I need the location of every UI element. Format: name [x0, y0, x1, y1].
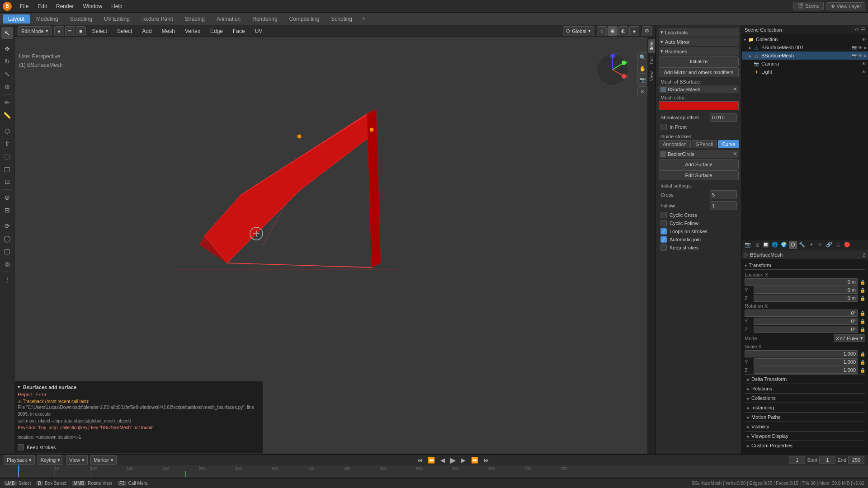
camera-view-btn[interactable]: 📷	[637, 75, 647, 85]
scene-selector[interactable]: 🎬 Scene	[793, 2, 823, 10]
cursor-tool[interactable]: ↖	[1, 27, 13, 39]
props-tab-scene[interactable]: 🌐	[771, 241, 779, 249]
next-frame-btn[interactable]: ▶	[460, 457, 467, 464]
tab-compositing[interactable]: Compositing	[284, 14, 325, 23]
add-menu[interactable]: Add	[138, 27, 155, 35]
bezier-ref-clear-btn[interactable]: ✕	[733, 151, 737, 157]
prev-frame-btn[interactable]: ◀	[439, 457, 446, 464]
viewport-area[interactable]: Edit Mode ▾ ● ━ ■ Select Select Add Mesh…	[14, 25, 656, 454]
tab-modeling[interactable]: Modeling	[31, 14, 64, 23]
vr-btn[interactable]: ⊙	[637, 86, 647, 96]
next-keyframe-btn[interactable]: ⏩	[470, 457, 479, 464]
tab-animation[interactable]: Animation	[211, 14, 246, 23]
viewport-canvas[interactable]: User Perspective (1) BSurfaceMesh	[14, 37, 656, 454]
viewport-gizmo[interactable]: Z Y X	[594, 52, 631, 88]
select-menu[interactable]: Select	[113, 27, 136, 35]
keying-menu[interactable]: Keying ▾	[38, 455, 64, 465]
outliner-options-btn[interactable]: ☰	[861, 27, 865, 33]
relations-section[interactable]: ▸ Relations	[745, 384, 865, 393]
initialize-btn[interactable]: Initialize	[659, 56, 739, 66]
in-front-checkbox[interactable]	[660, 124, 667, 130]
tree-bsurfacemesh[interactable]: ▸ △ BSurfaceMesh 📷 👁 ●	[742, 52, 868, 60]
props-tab-view-layer[interactable]: 🔲	[762, 241, 770, 249]
props-tab-object[interactable]: ⬡	[789, 241, 797, 249]
add-mirror-btn[interactable]: Add Mirror and others modifiers	[659, 67, 739, 77]
tree-bsurfacemesh-001[interactable]: ▸ △ BSurfaceMesh.001 📷 👁 ●	[742, 43, 868, 52]
error-collapse-btn[interactable]: ▾	[18, 384, 20, 390]
location-y-val[interactable]: 0 m	[754, 286, 858, 294]
outliner-filter-btn[interactable]: ⊙	[855, 27, 859, 33]
auto-mirror-header[interactable]: ▾ Auto Mirror	[659, 38, 739, 46]
view-side-tab[interactable]: View	[648, 69, 655, 84]
wireframe-shading-btn[interactable]: ○	[597, 26, 607, 36]
rotation-y-val[interactable]: -0°	[754, 318, 858, 325]
viewport-options-btn[interactable]: ⚙	[642, 26, 652, 36]
add-cube-tool[interactable]: ⬡	[1, 125, 13, 137]
props-tab-modifier[interactable]: 🔧	[798, 241, 806, 249]
location-y-lock[interactable]: 🔒	[860, 288, 865, 293]
window-menu[interactable]: Window	[79, 2, 106, 10]
shrinkwrap-input[interactable]	[710, 113, 737, 122]
file-menu[interactable]: File	[16, 2, 32, 10]
edit-surface-btn[interactable]: Edit Surface	[659, 170, 739, 180]
collection-eye-icon[interactable]: 👁	[862, 37, 866, 42]
face-select-btn[interactable]: ■	[76, 26, 86, 36]
location-x-lock[interactable]: 🔒	[860, 280, 865, 285]
scale-z-lock[interactable]: 🔒	[860, 368, 865, 373]
viewport-display-section[interactable]: ▸ Viewport Display	[745, 431, 865, 441]
spin-tool[interactable]: ⟳	[1, 220, 13, 232]
timeline-strip[interactable]: 1 50 100 150 200 250 300 350 400 450 500…	[0, 465, 868, 477]
zoom-tool-btn[interactable]: 🔍	[637, 52, 647, 62]
measure-tool[interactable]: 📏	[1, 109, 13, 121]
start-frame-input[interactable]	[819, 456, 835, 464]
custom-properties-section[interactable]: ▸ Custom Properties	[745, 441, 865, 450]
tree-camera[interactable]: ▸ 📷 Camera 👁	[742, 60, 868, 68]
props-tab-render[interactable]: 📷	[744, 241, 752, 249]
view-menu-timeline[interactable]: View ▾	[66, 455, 88, 465]
view-layer-selector[interactable]: 👁 View Layer	[826, 2, 865, 10]
mesh-render-icon[interactable]: 📷	[852, 53, 857, 58]
collections-section[interactable]: ▸ Collections	[745, 393, 865, 403]
bevel-tool[interactable]: ◫	[1, 163, 13, 175]
smooth-tool[interactable]: ◯	[1, 233, 13, 244]
jump-start-btn[interactable]: ⏮	[415, 457, 423, 464]
props-tab-data[interactable]: △	[834, 241, 842, 249]
scale-tool[interactable]: ⤡	[1, 68, 13, 80]
rotation-x-lock[interactable]: 🔒	[860, 311, 865, 316]
props-tab-output[interactable]: 🖥	[753, 241, 761, 249]
props-tab-physics[interactable]: ⚛	[816, 241, 824, 249]
current-frame-input[interactable]	[789, 456, 805, 464]
jump-end-btn[interactable]: ⏭	[483, 457, 491, 464]
mesh-001-render-icon[interactable]: 📷	[852, 45, 857, 50]
material-shading-btn[interactable]: ◐	[618, 26, 628, 36]
hand-tool-btn[interactable]: ✋	[637, 64, 647, 74]
transform-tool[interactable]: ⊕	[1, 81, 13, 93]
bsurfaces-header[interactable]: ▾ Bsurfaces	[659, 47, 739, 56]
edge-select-btn[interactable]: ━	[65, 26, 75, 36]
tab-rendering[interactable]: Rendering	[247, 14, 283, 23]
3d-mesh-object[interactable]	[173, 73, 399, 300]
rotation-z-lock[interactable]: 🔒	[860, 327, 865, 332]
rip-tool[interactable]: ⋮	[1, 274, 13, 286]
item-tab[interactable]: Item	[648, 39, 655, 53]
props-tab-particles[interactable]: ✦	[807, 241, 815, 249]
light-eye-icon[interactable]: 👁	[862, 70, 866, 75]
scale-y-lock[interactable]: 🔒	[860, 360, 865, 365]
pivot-dropdown[interactable]: ⊙ Global ▾	[563, 26, 594, 36]
edit-menu[interactable]: Edit	[34, 2, 51, 10]
inset-tool[interactable]: ⬚	[1, 150, 13, 162]
add-surface-btn[interactable]: Add Surface	[659, 160, 739, 169]
uv-menu[interactable]: UV	[251, 27, 266, 35]
tab-uv-editing[interactable]: UV Editing	[99, 14, 135, 23]
mesh-color-picker[interactable]	[659, 101, 739, 110]
playback-menu[interactable]: Playback ▾	[4, 455, 35, 465]
vertex-menu[interactable]: Vertex	[181, 27, 204, 35]
render-shading-btn[interactable]: ●	[629, 26, 639, 36]
mode-dropdown[interactable]: XYZ Euler ▾	[834, 334, 865, 342]
help-menu[interactable]: Help	[108, 2, 126, 10]
add-workspace-btn[interactable]: +	[362, 16, 365, 22]
shrink-fatten-tool[interactable]: ◎	[1, 258, 13, 270]
delta-transform-section[interactable]: ▸ Delta Transform	[745, 374, 865, 384]
tab-scripting[interactable]: Scripting	[326, 14, 358, 23]
rotation-x-val[interactable]: 0°	[745, 310, 858, 317]
